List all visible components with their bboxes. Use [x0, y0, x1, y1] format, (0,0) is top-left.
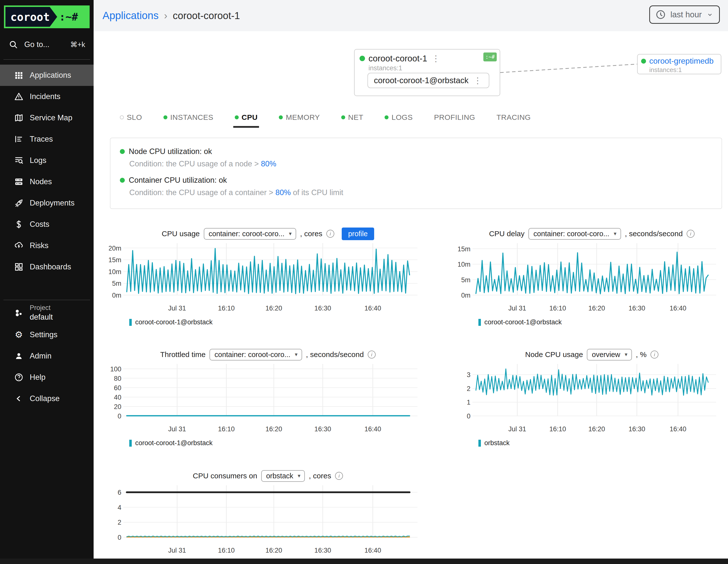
svg-text:16:30: 16:30: [628, 425, 645, 433]
info-icon[interactable]: i: [687, 230, 695, 238]
sidebar-item-nodes[interactable]: Nodes: [0, 171, 94, 192]
cpu-delay-selector[interactable]: container: coroot-coro...▾: [528, 228, 621, 240]
legend-item-orbstack[interactable]: orbstack: [478, 439, 510, 447]
legend-item-coroot-coroot-1-orbstack[interactable]: coroot-coroot-1@orbstack: [129, 318, 213, 326]
check-status-dot: [120, 149, 125, 154]
goto-search[interactable]: Go to... ⌘+k: [0, 34, 94, 55]
linked-app-link[interactable]: coroot-greptimedb: [649, 56, 714, 66]
tab-cpu[interactable]: CPU: [235, 107, 258, 128]
linked-app-header: coroot-greptimedb: [641, 56, 717, 66]
tab-profiling[interactable]: PROFILING: [434, 107, 475, 128]
cpu-consumers-selector[interactable]: orbstack▾: [261, 470, 305, 482]
sidebar: coroot :~# Go to... ⌘+k Applications Inc…: [0, 0, 94, 564]
svg-text:16:40: 16:40: [670, 305, 686, 312]
sidebar-item-risks[interactable]: Risks: [0, 235, 94, 256]
tab-net[interactable]: NET: [341, 107, 364, 128]
svg-text:15m: 15m: [109, 256, 121, 264]
tab-memory[interactable]: MEMORY: [279, 107, 320, 128]
gear-icon: ⚙: [14, 330, 24, 340]
sidebar-item-collapse[interactable]: Collapse: [0, 388, 94, 409]
tab-instances[interactable]: INSTANCES: [163, 107, 213, 128]
node-cpu-usage-selector[interactable]: overview▾: [587, 349, 632, 360]
check-threshold[interactable]: 80%: [261, 159, 276, 168]
time-range-picker[interactable]: last hour: [649, 5, 720, 24]
svg-text:16:40: 16:40: [364, 547, 381, 554]
cpu-delay-chart: CPU delaycontainer: coroot-coro...▾, sec…: [458, 227, 726, 326]
throttled-time-unit: , seconds/second: [306, 350, 364, 359]
node-cpu-usage-legend: orbstack: [478, 439, 726, 447]
info-icon[interactable]: i: [650, 351, 658, 359]
throttled-time-selector[interactable]: container: coroot-coro...▾: [209, 349, 302, 360]
map-icon: [14, 113, 24, 123]
sidebar-item-applications[interactable]: Applications: [0, 65, 94, 86]
sidebar-item-help[interactable]: Help: [0, 367, 94, 388]
svg-text:4: 4: [118, 504, 121, 511]
info-icon[interactable]: i: [326, 230, 334, 238]
svg-text:16:20: 16:20: [588, 425, 605, 433]
sidebar-item-settings[interactable]: ⚙ Settings: [0, 324, 94, 345]
sidebar-item-costs[interactable]: Costs: [0, 214, 94, 235]
legend-color-swatch: [478, 319, 481, 326]
sidebar-item-traces[interactable]: Traces: [0, 128, 94, 150]
svg-text:Jul 31: Jul 31: [168, 425, 186, 433]
sidebar-item-dashboards[interactable]: Dashboards: [0, 256, 94, 278]
svg-text:5m: 5m: [112, 280, 121, 287]
cpu-consumers-chart: CPU consumers onorbstack▾, coresi6420Jul…: [109, 469, 427, 564]
cpu-usage-legend: coroot-coroot-1@orbstack: [129, 318, 427, 326]
kebab-menu-icon[interactable]: ⋮: [472, 76, 483, 85]
svg-text:16:30: 16:30: [314, 305, 331, 312]
cpu-delay-unit: , seconds/second: [625, 230, 683, 238]
tab-slo[interactable]: SLO: [120, 107, 142, 128]
svg-text:0: 0: [467, 412, 470, 420]
tab-logs[interactable]: LOGS: [385, 107, 413, 128]
legend-color-swatch: [478, 440, 481, 447]
tab-tracing[interactable]: TRACING: [496, 107, 531, 128]
sidebar-item-logs[interactable]: Logs: [0, 150, 94, 171]
cpu-usage-selector[interactable]: container: coroot-coro...▾: [204, 228, 296, 240]
dropdown-caret-icon: ▾: [289, 231, 292, 237]
main-content: Applications › coroot-coroot-1 last hour: [94, 0, 728, 559]
sidebar-item-admin[interactable]: Admin: [0, 345, 94, 367]
logo-prompt-suffix: :~#: [57, 7, 80, 27]
svg-text:0: 0: [118, 412, 121, 420]
cpu-checks-panel: Node CPU utilization: ok Condition: the …: [110, 138, 722, 209]
svg-text:10m: 10m: [458, 261, 470, 268]
info-icon[interactable]: i: [368, 351, 376, 359]
kebab-menu-icon[interactable]: ⋮: [431, 53, 441, 63]
check-threshold[interactable]: 80%: [275, 188, 291, 197]
node-cpu-usage-plot: 3210Jul 3116:1016:2016:3016:40: [458, 362, 726, 437]
sidebar-project[interactable]: Project default: [0, 300, 94, 324]
instances-label: instances:1: [649, 66, 717, 74]
cpu-delay-header: CPU delaycontainer: coroot-coro...▾, sec…: [458, 227, 726, 241]
tab-status-dot: [163, 115, 167, 119]
info-icon[interactable]: i: [335, 472, 343, 480]
profile-button[interactable]: profile: [342, 228, 374, 240]
legend-color-swatch: [129, 440, 132, 447]
time-range-label: last hour: [670, 10, 702, 19]
coroot-logo[interactable]: coroot :~#: [4, 5, 90, 28]
instance-box[interactable]: coroot-coroot-1@orbstack ⋮: [367, 73, 489, 88]
check-title: Node CPU utilization: ok: [129, 147, 212, 156]
svg-text:Jul 31: Jul 31: [168, 305, 186, 312]
breadcrumb-applications-link[interactable]: Applications: [103, 10, 158, 22]
cpu-delay-legend: coroot-coroot-1@orbstack: [478, 318, 726, 326]
svg-text:2: 2: [118, 519, 121, 526]
dashboard-icon: [14, 262, 24, 272]
sidebar-item-deployments[interactable]: Deployments: [0, 192, 94, 214]
sidebar-item-service-map[interactable]: Service Map: [0, 107, 94, 128]
cpu-consumers-title: CPU consumers on: [193, 472, 257, 480]
svg-text:40: 40: [114, 394, 121, 401]
svg-text:0m: 0m: [461, 292, 470, 299]
legend-item-coroot-coroot-1-orbstack[interactable]: coroot-coroot-1@orbstack: [129, 439, 213, 447]
legend-item-coroot-coroot-1-orbstack[interactable]: coroot-coroot-1@orbstack: [478, 318, 562, 326]
check-status-dot: [120, 178, 125, 183]
sidebar-item-incidents[interactable]: Incidents: [0, 86, 94, 107]
svg-text:0m: 0m: [112, 292, 121, 299]
throttled-time-legend: coroot-coroot-1@orbstack: [129, 439, 427, 447]
apps-grid-icon: [14, 70, 24, 80]
check-condition: Condition: the CPU usage of a container …: [129, 188, 712, 197]
check-title: Container CPU utilization: ok: [129, 176, 227, 185]
dropdown-caret-icon: ▾: [614, 231, 617, 237]
svg-text:Jul 31: Jul 31: [508, 425, 526, 433]
person-icon: [14, 351, 24, 361]
